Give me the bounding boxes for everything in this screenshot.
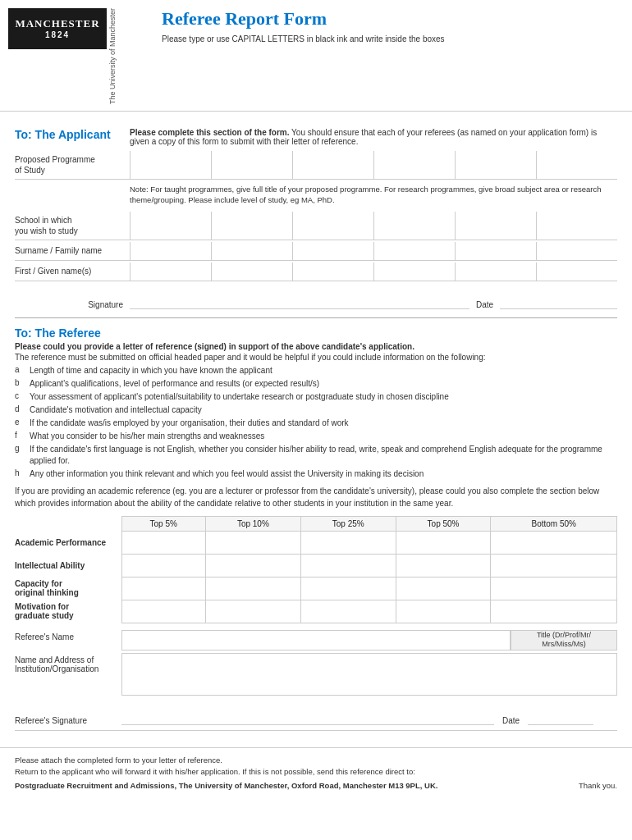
capacity-top25[interactable]: [300, 577, 396, 600]
note-text: Note: For taught programmes, give full t…: [130, 181, 617, 208]
motivation-top10[interactable]: [205, 600, 300, 623]
referee-intro: The reference must be submitted on offic…: [15, 353, 617, 362]
referee-institution-field[interactable]: [121, 653, 617, 696]
capacity-top50[interactable]: [396, 577, 491, 600]
firstname-field[interactable]: [130, 262, 617, 281]
surname-field[interactable]: [130, 242, 617, 260]
rating-header-top10: Top 10%: [205, 516, 300, 531]
intellectual-top50[interactable]: [396, 554, 491, 577]
capacity-top5[interactable]: [121, 577, 205, 600]
footer-address: Postgraduate Recruitment and Admissions,…: [15, 780, 437, 792]
form-subtitle: Please type or use CAPITAL LETTERS in bl…: [162, 34, 617, 43]
referee-name-label: Referee's Name: [15, 630, 121, 651]
signature-field[interactable]: [130, 286, 469, 309]
referee-section: To: The Referee Please could you provide…: [15, 326, 617, 731]
school-label: School in whichyou wish to study: [15, 212, 130, 240]
referee-institution-row: Name and Address of Institution/Organisa…: [15, 653, 617, 696]
academic-top50[interactable]: [396, 531, 491, 554]
rating-label-capacity: Capacity fororiginal thinking: [15, 577, 121, 600]
capacity-bottom50[interactable]: [491, 577, 617, 600]
footer-line2: Return to the applicant who will forward…: [15, 766, 617, 778]
school-row: School in whichyou wish to study: [15, 212, 617, 240]
footer: Please attach the completed form to your…: [0, 747, 632, 798]
note-row: Note: For taught programmes, give full t…: [15, 181, 617, 208]
applicant-section-label: To: The Applicant: [15, 128, 130, 141]
date-label-applicant: Date: [469, 300, 500, 309]
referee-institution-label: Name and Address of Institution/Organisa…: [15, 653, 121, 696]
table-row: Motivation forgraduate study: [15, 600, 617, 623]
referee-sig-row: Referee's Signature Date: [15, 701, 617, 731]
school-field[interactable]: [130, 212, 617, 240]
programme-label: Proposed Programmeof Study: [15, 151, 130, 179]
rating-label-motivation: Motivation forgraduate study: [15, 600, 121, 623]
academic-note: If you are providing an academic referen…: [15, 485, 617, 509]
referee-name-field[interactable]: [121, 630, 511, 651]
table-row: Intellectual Ability: [15, 554, 617, 577]
motivation-top5[interactable]: [121, 600, 205, 623]
list-item-h: h Any other information you think releva…: [15, 468, 617, 480]
academic-bottom50[interactable]: [491, 531, 617, 554]
date-label-referee: Date: [494, 716, 528, 725]
date-field-applicant[interactable]: [500, 286, 617, 309]
intellectual-top25[interactable]: [300, 554, 396, 577]
logo-year: 1824: [45, 30, 70, 40]
academic-top10[interactable]: [205, 531, 300, 554]
intellectual-top5[interactable]: [121, 554, 205, 577]
instruction-bold: Please complete this section of the form…: [130, 128, 290, 137]
capacity-top10[interactable]: [205, 577, 300, 600]
page: MANCHESTER 1824 The University of Manche…: [0, 0, 632, 840]
programme-row: Proposed Programmeof Study: [15, 151, 617, 180]
referee-intro-bold: Please could you provide a letter of ref…: [15, 342, 617, 351]
list-item-b: b Applicant's qualifications, level of p…: [15, 378, 617, 390]
motivation-bottom50[interactable]: [491, 600, 617, 623]
academic-top25[interactable]: [300, 531, 396, 554]
programme-field[interactable]: [130, 151, 617, 179]
surname-label: Surname / Family name: [15, 242, 130, 260]
referee-title-box: Title (Dr/Prof/Mr/ Mrs/Miss/Ms): [511, 630, 617, 651]
university-logo: MANCHESTER 1824: [8, 8, 107, 49]
footer-thankyou: Thank you.: [579, 780, 617, 792]
firstname-row: First / Given name(s): [15, 262, 617, 281]
rating-header-bottom50: Bottom 50%: [491, 516, 617, 531]
applicant-section: To: The Applicant Please complete this s…: [15, 128, 617, 309]
referee-section-label: To: The Referee: [15, 326, 617, 340]
surname-row: Surname / Family name: [15, 242, 617, 261]
date-field-referee[interactable]: [528, 701, 593, 725]
applicant-instruction: Please complete this section of the form…: [130, 128, 617, 146]
footer-line1: Please attach the completed form to your…: [15, 755, 617, 766]
rating-empty-header: [15, 516, 121, 531]
motivation-top50[interactable]: [396, 600, 491, 623]
list-item-f: f What you consider to be his/her main s…: [15, 431, 617, 442]
rating-label-academic: Academic Performance: [15, 531, 121, 554]
list-item-c: c Your assessment of applicant's potenti…: [15, 391, 617, 403]
motivation-top25[interactable]: [300, 600, 396, 623]
rating-table: Top 5% Top 10% Top 25% Top 50% Bottom 50…: [15, 516, 617, 623]
list-item-a: a Length of time and capacity in which y…: [15, 365, 617, 377]
table-row: Academic Performance: [15, 531, 617, 554]
signature-label: Signature: [88, 300, 123, 309]
side-text: The University of Manchester: [108, 8, 121, 104]
rating-header-top25: Top 25%: [300, 516, 396, 531]
referee-sig-label: Referee's Signature: [15, 716, 121, 725]
academic-top5[interactable]: [121, 531, 205, 554]
intellectual-bottom50[interactable]: [491, 554, 617, 577]
firstname-label: First / Given name(s): [15, 262, 130, 281]
referee-sig-field[interactable]: [121, 701, 494, 725]
table-row: Capacity fororiginal thinking: [15, 577, 617, 600]
rating-label-intellectual: Intellectual Ability: [15, 554, 121, 577]
list-item-e: e If the candidate was/is employed by yo…: [15, 418, 617, 429]
footer-bottom: Postgraduate Recruitment and Admissions,…: [15, 780, 617, 792]
list-item-g: g If the candidate's first language is n…: [15, 444, 617, 467]
intellectual-top10[interactable]: [205, 554, 300, 577]
logo-name: MANCHESTER: [15, 17, 99, 30]
list-item-d: d Candidate's motivation and intellectua…: [15, 404, 617, 416]
form-title: Referee Report Form: [162, 8, 617, 30]
rating-header-top5: Top 5%: [121, 516, 205, 531]
rating-header-top50: Top 50%: [396, 516, 491, 531]
referee-list: a Length of time and capacity in which y…: [15, 365, 617, 480]
referee-name-row: Referee's Name Title (Dr/Prof/Mr/ Mrs/Mi…: [15, 630, 617, 651]
